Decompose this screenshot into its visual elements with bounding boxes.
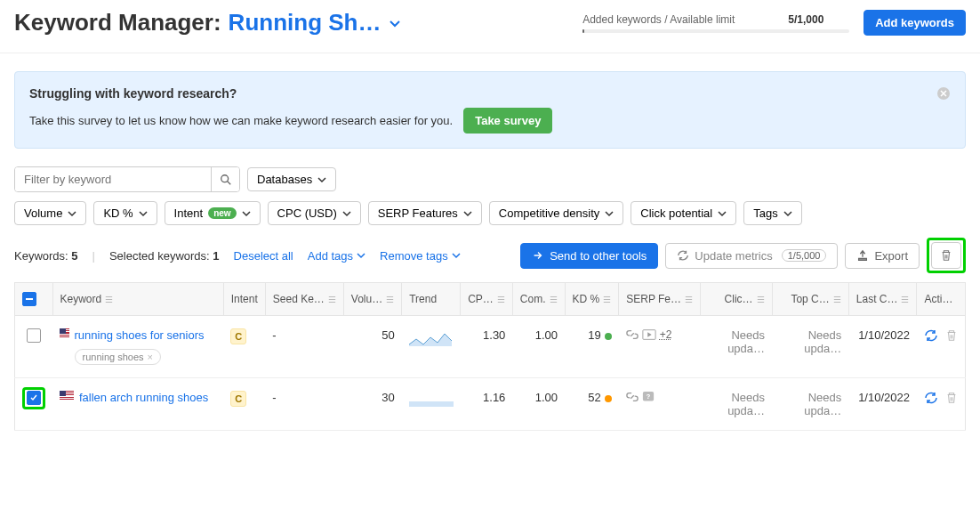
row-checkbox[interactable] <box>27 328 41 343</box>
databases-filter[interactable]: Databases <box>247 167 336 191</box>
trend-cell <box>402 316 461 378</box>
remove-tags-link[interactable]: Remove tags <box>380 249 461 263</box>
volume-filter[interactable]: Volume <box>14 201 86 225</box>
col-click[interactable]: Clic…☰ <box>701 283 773 316</box>
take-survey-button[interactable]: Take survey <box>463 108 552 134</box>
col-cpc[interactable]: CP…☰ <box>461 283 513 316</box>
col-actions: Acti… <box>917 283 966 316</box>
sort-icon: ☰ <box>386 295 394 304</box>
intent-badge: C <box>230 328 246 344</box>
kd-cell: 52 <box>565 378 619 431</box>
cpc-filter[interactable]: CPC (USD) <box>268 201 361 225</box>
intent-badge: C <box>230 391 246 407</box>
com-cell: 1.00 <box>512 316 565 378</box>
svg-text:?: ? <box>646 393 650 401</box>
col-top[interactable]: Top C…☰ <box>772 283 848 316</box>
col-seed[interactable]: Seed Ke…☰ <box>265 283 343 316</box>
cpc-cell: 1.30 <box>461 316 513 378</box>
col-trend: Trend <box>402 283 461 316</box>
search-input[interactable] <box>15 167 211 191</box>
project-name[interactable]: Running Sh… <box>229 9 382 36</box>
remove-tag-icon[interactable]: × <box>148 352 153 362</box>
question-icon: ? <box>642 391 655 403</box>
cpc-cell: 1.16 <box>461 378 513 431</box>
chevron-down-icon <box>139 209 148 218</box>
kd-cell: 19 <box>565 316 619 378</box>
delete-row-button[interactable] <box>945 392 958 404</box>
serp-filter[interactable]: SERP Features <box>368 201 482 225</box>
delete-button[interactable] <box>931 242 961 269</box>
search-icon <box>220 174 232 186</box>
sort-icon: ☰ <box>550 295 558 304</box>
search-button[interactable] <box>211 167 239 191</box>
add-tags-link[interactable]: Add tags <box>308 249 365 263</box>
col-last[interactable]: Last C…☰ <box>848 283 917 316</box>
competitive-filter[interactable]: Competitive density <box>489 201 623 225</box>
keywords-table: Keyword☰ Intent Seed Ke…☰ Volu…☰ Trend C… <box>14 282 966 431</box>
intent-filter[interactable]: Intentnew <box>165 201 261 225</box>
col-intent[interactable]: Intent <box>223 283 265 316</box>
chevron-down-icon[interactable] <box>388 16 402 30</box>
export-button[interactable]: Export <box>845 243 920 269</box>
chevron-down-icon <box>718 209 727 218</box>
col-kd[interactable]: KD %☰ <box>565 283 619 316</box>
delete-row-button[interactable] <box>945 329 958 342</box>
delete-highlight <box>927 238 966 273</box>
kd-filter[interactable]: KD % <box>93 201 157 225</box>
refresh-row-button[interactable] <box>924 391 938 405</box>
top-cell: Needs upda… <box>772 378 848 431</box>
send-to-tools-button[interactable]: Send to other tools <box>520 243 658 269</box>
chevron-down-icon <box>463 209 472 218</box>
svg-rect-4 <box>409 401 454 407</box>
keyword-link[interactable]: fallen arch running shoes <box>79 391 208 404</box>
limit-value: 5/1,000 <box>788 13 823 26</box>
col-checkbox[interactable] <box>15 283 53 316</box>
col-serp[interactable]: SERP Fe…☰ <box>619 283 701 316</box>
header-checkbox[interactable] <box>22 292 36 306</box>
add-keywords-button[interactable]: Add keywords <box>864 10 966 36</box>
link-icon <box>626 391 639 403</box>
chevron-down-icon <box>783 209 792 218</box>
banner-text: Take this survey to let us know how we c… <box>29 114 453 127</box>
col-keyword[interactable]: Keyword☰ <box>52 283 223 316</box>
seed-cell: - <box>265 378 343 431</box>
sort-icon: ☰ <box>497 295 505 304</box>
tag-chip[interactable]: running shoes × <box>75 349 162 365</box>
video-icon <box>642 328 656 341</box>
row-checkbox[interactable] <box>27 391 41 405</box>
sort-icon: ☰ <box>757 295 765 304</box>
volume-cell: 30 <box>343 378 401 431</box>
click-cell: Needs upda… <box>701 378 773 431</box>
survey-banner: Struggling with keyword research? Take t… <box>14 71 966 149</box>
header: Keyword Manager: Running Sh… Added keywo… <box>14 0 966 53</box>
update-metrics-button[interactable]: Update metrics 1/5,000 <box>665 243 838 269</box>
chevron-down-icon <box>68 209 76 218</box>
limit-block: Added keywords / Available limit 5/1,000 <box>582 13 849 33</box>
link-icon <box>626 328 639 341</box>
com-cell: 1.00 <box>512 378 565 431</box>
click-cell: Needs upda… <box>701 316 773 378</box>
serp-more[interactable]: +2 <box>660 328 672 341</box>
flag-icon <box>60 391 74 401</box>
keyword-link[interactable]: running shoes for seniors <box>75 328 205 342</box>
limit-label: Added keywords / Available limit <box>582 13 735 26</box>
kd-dot <box>605 395 612 402</box>
chevron-down-icon <box>605 209 614 218</box>
flag-icon <box>60 328 69 338</box>
click-potential-filter[interactable]: Click potential <box>631 201 736 225</box>
col-com[interactable]: Com.☰ <box>512 283 565 316</box>
serp-features: +2 <box>626 328 694 341</box>
volume-cell: 50 <box>343 316 401 378</box>
close-icon[interactable] <box>936 86 951 101</box>
col-volume[interactable]: Volu…☰ <box>343 283 401 316</box>
chevron-down-icon <box>242 209 251 218</box>
tags-filter[interactable]: Tags <box>743 201 801 225</box>
toolbar: Keywords: 5 | Selected keywords: 1 Desel… <box>14 238 966 273</box>
deselect-all-link[interactable]: Deselect all <box>234 249 293 263</box>
sort-icon: ☰ <box>685 295 693 304</box>
refresh-icon <box>677 249 689 262</box>
refresh-row-button[interactable] <box>924 328 938 343</box>
keywords-count: Keywords: 5 <box>14 249 78 263</box>
checkbox-highlight <box>22 387 45 409</box>
table-row: fallen arch running shoesC-301.161.0052?… <box>15 378 966 431</box>
